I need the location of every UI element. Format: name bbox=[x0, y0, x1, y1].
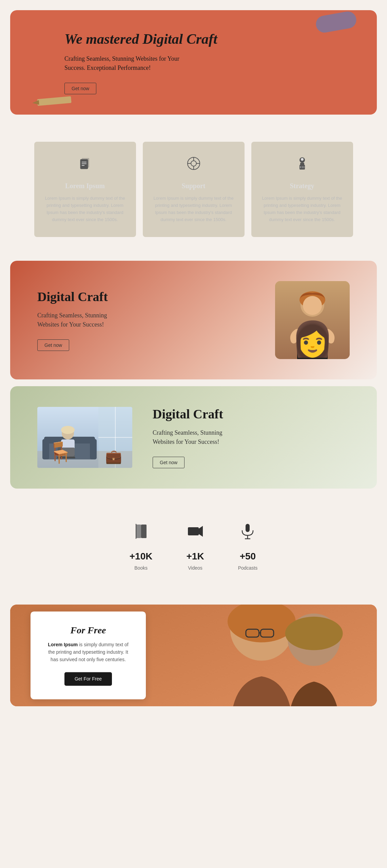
hero-decoration-pencil bbox=[37, 96, 71, 106]
dc2-subtitle: Crafting Seamless, StunningWebsites for … bbox=[153, 428, 350, 447]
card-strategy-text: Lorem Ipsum is simply dummy text of the … bbox=[262, 195, 343, 223]
for-free-card: For Free Lorem Ipsum is simply dummy tex… bbox=[31, 611, 146, 699]
strategy-icon bbox=[262, 155, 343, 175]
dc2-office-image bbox=[37, 407, 132, 468]
dc1-subtitle: Crafting Seamless, StunningWebsites for … bbox=[37, 311, 255, 329]
for-free-text-bold: Lorem Ipsum bbox=[48, 642, 78, 647]
support-icon bbox=[153, 155, 234, 175]
svg-point-12 bbox=[301, 158, 304, 161]
dc2-cta-button[interactable]: Get now bbox=[153, 457, 185, 468]
svg-rect-14 bbox=[300, 163, 304, 165]
hero-section: We mastered Digital Craft Crafting Seaml… bbox=[10, 10, 377, 115]
podcast-icon bbox=[239, 522, 256, 544]
dc1-content: Digital Craft Crafting Seamless, Stunnin… bbox=[37, 289, 255, 351]
stat-books-number: +10K bbox=[130, 551, 153, 562]
for-free-title: For Free bbox=[47, 625, 129, 636]
card-support-text: Lorem Ipsum is simply dummy text of the … bbox=[153, 195, 234, 223]
stat-videos: +1K Videos bbox=[186, 522, 204, 571]
hero-title: We mastered Digital Craft bbox=[64, 31, 363, 47]
video-icon bbox=[187, 522, 204, 544]
svg-rect-36 bbox=[57, 457, 75, 458]
svg-point-49 bbox=[285, 616, 343, 650]
stat-videos-label: Videos bbox=[188, 565, 202, 571]
dc1-title: Digital Craft bbox=[37, 289, 255, 304]
documents-icon bbox=[44, 155, 126, 175]
card-lorem-ipsum-text: Lorem Ipsum is simply dummy text of the … bbox=[44, 195, 126, 223]
dc1-cta-button[interactable]: Get now bbox=[37, 339, 69, 351]
svg-point-6 bbox=[191, 161, 196, 166]
svg-rect-1 bbox=[80, 159, 88, 169]
stat-podcasts: +50 Podcasts bbox=[238, 522, 258, 571]
stat-books: +10K Books bbox=[130, 522, 153, 571]
svg-rect-34 bbox=[61, 439, 75, 456]
dc2-title: Digital Craft bbox=[153, 407, 350, 421]
svg-rect-30 bbox=[42, 439, 49, 459]
stats-section: +10K Books +1K Videos +50 Podcasts bbox=[0, 495, 387, 598]
svg-rect-40 bbox=[188, 527, 199, 535]
stat-books-label: Books bbox=[134, 565, 148, 571]
digital-craft-section-1: Digital Craft Crafting Seamless, Stunnin… bbox=[10, 261, 377, 379]
svg-rect-42 bbox=[246, 524, 250, 532]
stat-podcasts-label: Podcasts bbox=[238, 565, 258, 571]
svg-rect-38 bbox=[141, 525, 147, 538]
svg-rect-39 bbox=[136, 524, 136, 539]
svg-marker-41 bbox=[199, 526, 203, 537]
card-strategy-title: Strategy bbox=[262, 182, 343, 190]
svg-point-33 bbox=[61, 426, 75, 434]
hero-subtitle: Crafting Seamless, Stunning Websites for… bbox=[64, 54, 193, 73]
book-icon bbox=[132, 522, 150, 544]
svg-rect-35 bbox=[58, 448, 75, 458]
svg-rect-37 bbox=[136, 525, 141, 538]
cards-section: Lorem Ipsum Lorem Ipsum is simply dummy … bbox=[0, 125, 387, 254]
hero-cta-button[interactable]: Get now bbox=[64, 83, 96, 94]
stat-podcasts-number: +50 bbox=[240, 551, 256, 562]
dc1-person-image bbox=[275, 281, 350, 359]
for-free-cta-button[interactable]: Get For Free bbox=[64, 672, 112, 686]
svg-point-22 bbox=[307, 337, 317, 347]
svg-point-21 bbox=[303, 296, 322, 315]
dc2-content: Digital Craft Crafting Seamless, Stunnin… bbox=[153, 407, 350, 468]
card-support-title: Support bbox=[153, 182, 234, 190]
card-lorem-ipsum: Lorem Ipsum Lorem Ipsum is simply dummy … bbox=[34, 142, 136, 237]
svg-rect-31 bbox=[90, 439, 97, 459]
digital-craft-section-2: Digital Craft Crafting Seamless, Stunnin… bbox=[10, 386, 377, 489]
for-free-description: Lorem Ipsum is simply dummy text of the … bbox=[47, 641, 129, 664]
for-free-section: For Free Lorem Ipsum is simply dummy tex… bbox=[10, 605, 377, 706]
card-strategy: Strategy Lorem Ipsum is simply dummy tex… bbox=[251, 142, 353, 237]
stat-videos-number: +1K bbox=[186, 551, 204, 562]
card-lorem-ipsum-title: Lorem Ipsum bbox=[44, 182, 126, 190]
card-support: Support Lorem Ipsum is simply dummy text… bbox=[143, 142, 245, 237]
